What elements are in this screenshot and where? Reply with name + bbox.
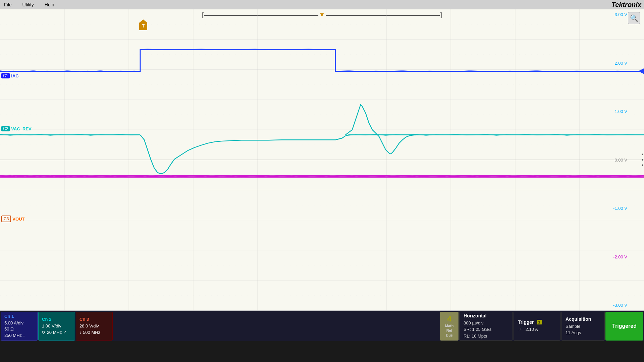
ch3-info-title: Ch 3 — [79, 317, 109, 322]
ch2-vdiv: 1.00 V/div — [42, 323, 71, 329]
trigger-info[interactable]: Trigger 1 ⟋ 2.10 A — [514, 312, 560, 341]
ch2-badge[interactable]: C2 — [1, 126, 10, 131]
horizontal-sr: SR: 1.25 GS/s — [464, 326, 508, 333]
ch2-info-title: Ch 2 — [42, 317, 71, 322]
math-ref-bus-block[interactable]: 4 MathRefBus — [440, 312, 459, 341]
trigger-details: ⟋ 2.10 A — [518, 326, 556, 333]
ch3-name: VOUT — [12, 217, 24, 222]
ch3-info[interactable]: Ch 3 28.0 V/div ↓ 500 MHz — [76, 312, 113, 341]
status-bar: Ch 1 5.00 A/div 50 Ω 250 MHz ↓ Ch 2 1.00… — [0, 311, 644, 341]
more-options-dots[interactable]: • • • — [641, 152, 643, 168]
acquisition-count: 11 Acqs — [566, 329, 600, 336]
ch1-bw: 250 MHz ↓ — [4, 333, 34, 339]
horizontal-title: Horizontal — [464, 313, 508, 318]
ch2-info[interactable]: Ch 2 1.00 V/div ⟳ 20 MHz ↗ — [38, 312, 75, 341]
waveform-svg — [0, 9, 644, 310]
triggered-button[interactable]: Triggered — [605, 312, 643, 341]
ch2-bw: ⟳ 20 MHz ↗ — [42, 329, 71, 336]
help-menu[interactable]: Help — [43, 1, 56, 8]
menubar: File Utility Help Tektronix — [0, 0, 644, 9]
ch2-name: VAC_REV — [11, 126, 31, 131]
math-number: 4 — [447, 315, 451, 323]
ch3-vdiv: 28.0 V/div — [79, 323, 109, 329]
ch1-info[interactable]: Ch 1 5.00 A/div 50 Ω 250 MHz ↓ — [1, 312, 38, 341]
brand-logo: Tektronix — [611, 1, 641, 9]
trigger-badge: 1 — [537, 320, 542, 324]
ch2-label[interactable]: C2 VAC_REV — [1, 126, 32, 131]
ch3-label[interactable]: C3 VOUT — [1, 216, 24, 222]
ch1-info-title: Ch 1 — [4, 314, 34, 319]
acquisition-title: Acquisition — [566, 316, 600, 322]
ch3-bw: ↓ 500 MHz — [79, 329, 109, 336]
ch1-level-arrow[interactable]: ◀ — [638, 66, 644, 75]
ch3-badge[interactable]: C3 — [1, 216, 11, 222]
zoom-icon[interactable]: 🔍 — [628, 12, 640, 24]
ch1-name: IAC — [11, 73, 18, 78]
ch1-badge[interactable]: C1 — [1, 73, 10, 78]
scope-area: [ ▼ ] T — [0, 9, 644, 341]
math-labels: MathRefBus — [445, 323, 454, 338]
ch1-impedance: 50 Ω — [4, 326, 34, 332]
horizontal-info[interactable]: Horizontal 800 µs/div SR: 1.25 GS/s RL: … — [459, 312, 513, 341]
acquisition-mode: Sample — [566, 323, 600, 330]
ch1-vdiv: 5.00 A/div — [4, 320, 34, 326]
horizontal-timediv: 800 µs/div — [464, 320, 508, 326]
horizontal-rl: RL: 10 Mpts — [464, 333, 508, 340]
trigger-title: Trigger 1 — [518, 319, 556, 325]
acquisition-info[interactable]: Acquisition Sample 11 Acqs — [561, 312, 605, 341]
file-menu[interactable]: File — [3, 1, 13, 8]
ch1-label[interactable]: C1 IAC — [1, 73, 19, 78]
waveform-display[interactable]: [ ▼ ] T — [0, 9, 644, 311]
utility-menu[interactable]: Utility — [21, 1, 35, 8]
spacer — [113, 312, 439, 341]
